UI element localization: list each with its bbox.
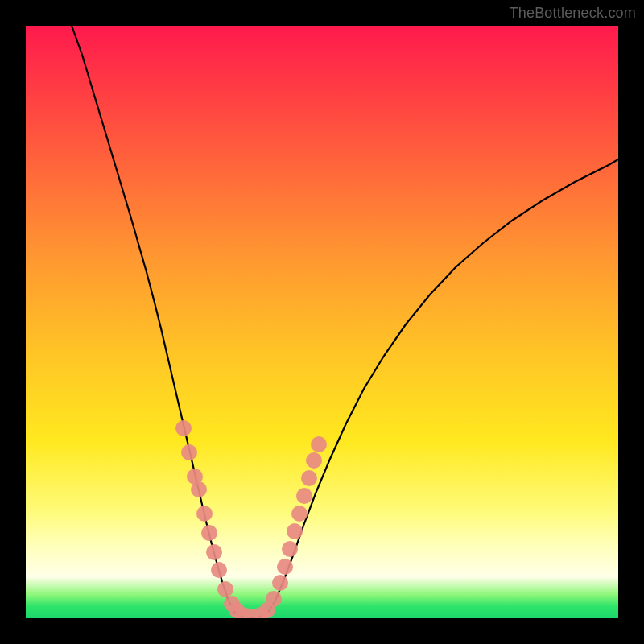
marker-dot <box>217 581 233 597</box>
marker-dot <box>266 591 282 607</box>
marker-dot <box>211 562 227 578</box>
marker-dot <box>277 559 293 575</box>
marker-dot <box>272 575 288 591</box>
watermark-text: TheBottleneck.com <box>510 5 636 22</box>
curve-path <box>72 26 618 618</box>
marker-dot <box>282 541 298 557</box>
marker-dot <box>206 544 222 560</box>
marker-dot <box>301 470 317 486</box>
chart-frame: TheBottleneck.com <box>0 0 644 644</box>
marker-dot <box>175 420 192 436</box>
plot-area <box>26 26 618 618</box>
marker-dot <box>196 506 213 522</box>
marker-dot <box>291 506 308 522</box>
marker-dot <box>311 436 327 452</box>
marker-dot <box>296 488 312 504</box>
marker-dot <box>287 523 303 539</box>
marker-dots <box>175 420 327 618</box>
marker-dot <box>181 444 197 460</box>
marker-dot <box>306 452 322 469</box>
bottleneck-curve <box>72 26 618 618</box>
chart-svg <box>26 26 618 618</box>
marker-dot <box>201 525 217 541</box>
marker-dot <box>191 481 207 497</box>
